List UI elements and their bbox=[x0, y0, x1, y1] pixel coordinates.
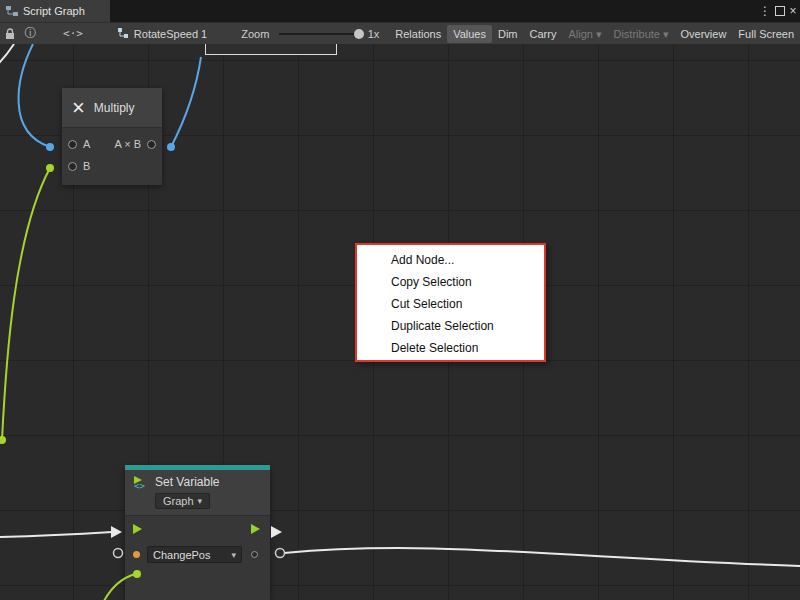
variable-input-port[interactable] bbox=[133, 551, 140, 558]
window-menu-icon[interactable]: ⋮ bbox=[758, 0, 772, 22]
zoom-label: Zoom bbox=[241, 28, 269, 40]
menu-item-duplicate-selection[interactable]: Duplicate Selection bbox=[357, 315, 544, 337]
zoom-slider[interactable] bbox=[279, 33, 359, 35]
overview-button[interactable]: Overview bbox=[675, 23, 733, 45]
code-icon[interactable]: <·> bbox=[58, 23, 88, 45]
lock-icon[interactable] bbox=[0, 23, 21, 45]
info-icon[interactable]: ⓘ bbox=[21, 23, 40, 45]
dim-button[interactable]: Dim bbox=[492, 23, 524, 45]
multiply-icon: × bbox=[72, 97, 85, 119]
tab-script-graph[interactable]: Script Graph bbox=[0, 0, 110, 22]
variable-scope-value: Graph bbox=[163, 495, 194, 507]
variable-name-value: ChangePos bbox=[153, 549, 211, 561]
align-button[interactable]: Align ▾ bbox=[562, 23, 607, 45]
zoom-slider-handle[interactable] bbox=[354, 29, 364, 39]
menu-item-cut-selection[interactable]: Cut Selection bbox=[357, 293, 544, 315]
set-variable-node[interactable]: <> Set Variable Graph ▾ ChangePos ▾ bbox=[125, 465, 270, 600]
toolbar-buttons: Relations Values Dim Carry Align ▾ Distr… bbox=[389, 23, 800, 45]
port-out-label: A × B bbox=[114, 138, 141, 150]
set-variable-body: ChangePos ▾ bbox=[125, 516, 270, 600]
multiply-node-header[interactable]: × Multiply bbox=[62, 88, 162, 128]
value-out-port[interactable] bbox=[251, 551, 258, 558]
variable-scope-dropdown[interactable]: Graph ▾ bbox=[155, 493, 210, 509]
menu-item-copy-selection[interactable]: Copy Selection bbox=[357, 271, 544, 293]
graph-asset-icon bbox=[118, 28, 129, 39]
menu-item-add-node[interactable]: Add Node... bbox=[357, 249, 544, 271]
set-variable-title: Set Variable bbox=[155, 475, 219, 489]
port-b[interactable] bbox=[68, 162, 77, 171]
svg-text:<>: <> bbox=[134, 481, 145, 490]
multiply-node-title: Multiply bbox=[94, 101, 135, 115]
chevron-down-icon: ▾ bbox=[231, 550, 236, 560]
maximize-icon[interactable] bbox=[773, 0, 787, 22]
multiply-node-body: A A × B B bbox=[62, 128, 162, 185]
set-variable-header[interactable]: <> Set Variable Graph ▾ bbox=[125, 470, 270, 516]
port-a-label: A bbox=[83, 138, 90, 150]
title-bar: Script Graph ⋮ × bbox=[0, 0, 800, 22]
variable-name-dropdown[interactable]: ChangePos ▾ bbox=[147, 546, 242, 563]
distribute-button[interactable]: Distribute ▾ bbox=[607, 23, 674, 45]
set-variable-icon: <> bbox=[133, 474, 149, 490]
graph-toolbar: ⓘ <·> RotateSpeed 1 Zoom 1x Relations Va… bbox=[0, 22, 800, 44]
values-button[interactable]: Values bbox=[447, 25, 492, 43]
script-graph-window: × Multiply A A × B B bbox=[0, 0, 800, 600]
flow-in-port[interactable] bbox=[133, 524, 142, 534]
port-out[interactable] bbox=[147, 140, 156, 149]
context-menu: Add Node... Copy Selection Cut Selection… bbox=[355, 243, 546, 362]
script-graph-icon bbox=[6, 5, 18, 17]
full-screen-button[interactable]: Full Screen bbox=[732, 23, 800, 45]
flow-out-port[interactable] bbox=[251, 524, 260, 534]
chevron-down-icon: ▾ bbox=[198, 496, 203, 506]
port-b-label: B bbox=[83, 160, 90, 172]
port-a[interactable] bbox=[68, 140, 77, 149]
carry-button[interactable]: Carry bbox=[524, 23, 563, 45]
relations-button[interactable]: Relations bbox=[389, 23, 447, 45]
multiply-node[interactable]: × Multiply A A × B B bbox=[62, 88, 162, 185]
close-icon[interactable]: × bbox=[786, 0, 800, 22]
zoom-value: 1x bbox=[368, 28, 380, 40]
menu-item-delete-selection[interactable]: Delete Selection bbox=[357, 337, 544, 359]
graph-reference-breadcrumb[interactable]: RotateSpeed 1 bbox=[118, 28, 207, 40]
tab-title: Script Graph bbox=[23, 5, 85, 17]
graph-name: RotateSpeed 1 bbox=[134, 28, 207, 40]
